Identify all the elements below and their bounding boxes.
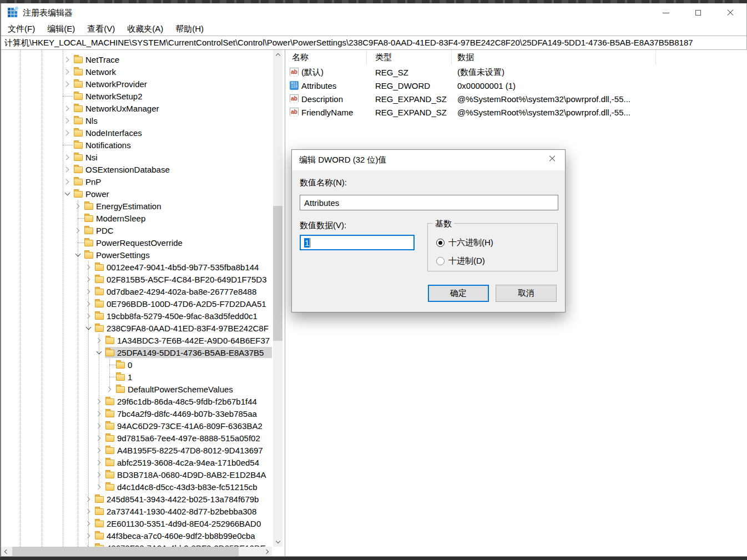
chevron-right-icon[interactable]: [95, 456, 103, 468]
panel-divider[interactable]: [285, 50, 285, 556]
tree-item-PowerSettings[interactable]: PowerSettings: [1, 249, 272, 261]
tree-item-A4B195F5-8225-47D8-8012-9D413697[interactable]: A4B195F5-8225-47D8-8012-9D413697: [1, 444, 272, 456]
tree-item-PDC[interactable]: PDC: [1, 224, 272, 236]
horizontal-scroll-thumb[interactable]: [12, 547, 239, 556]
tree-item-ModernSleep[interactable]: ModernSleep: [1, 212, 272, 224]
tree-item-NetworkUxManager[interactable]: NetworkUxManager: [1, 102, 272, 114]
chevron-right-icon[interactable]: [63, 78, 71, 90]
chevron-right-icon[interactable]: [84, 285, 92, 297]
menu-edit[interactable]: 编辑(E): [41, 24, 81, 34]
value-row-Attributes[interactable]: 011110AttributesREG_DWORD0x00000001 (1): [286, 79, 747, 92]
tree-item-EnergyEstimation[interactable]: EnergyEstimation: [1, 200, 272, 212]
chevron-right-icon[interactable]: [63, 163, 71, 175]
tree-item-Nsi[interactable]: Nsi: [1, 151, 272, 163]
tree-item-7bc4a2f9-d8fc-4469-b07b-33eb785aa[interactable]: 7bc4a2f9-d8fc-4469-b07b-33eb785aa: [1, 407, 272, 420]
tree-item-2a737441-1930-4402-8d77-b2bebba308[interactable]: 2a737441-1930-4402-8d77-b2bebba308: [1, 505, 272, 517]
vertical-scroll-thumb[interactable]: [273, 206, 282, 341]
tree-item-OSExtensionDatabase[interactable]: OSExtensionDatabase: [1, 163, 272, 175]
chevron-right-icon[interactable]: [84, 505, 92, 517]
menu-favorites[interactable]: 收藏夹(A): [121, 24, 169, 34]
tree-item-DefaultPowerSchemeValues[interactable]: DefaultPowerSchemeValues: [1, 383, 272, 395]
tree-item-NetworkProvider[interactable]: NetworkProvider: [1, 78, 272, 90]
tree-item-238C9FA8-0AAD-41ED-83F4-97BE242C8F[interactable]: 238C9FA8-0AAD-41ED-83F4-97BE242C8F: [1, 322, 272, 334]
chevron-right-icon[interactable]: [63, 114, 71, 127]
chevron-right-icon[interactable]: [63, 102, 71, 114]
chevron-right-icon[interactable]: [63, 53, 71, 65]
chevron-right-icon[interactable]: [84, 542, 92, 547]
tree-item-44f3beca-a7c0-460e-9df2-bb8b99e0cba[interactable]: 44f3beca-a7c0-460e-9df2-bb8b99e0cba: [1, 529, 272, 542]
chevron-right-icon[interactable]: [84, 297, 92, 310]
tree-item-NetTrace[interactable]: NetTrace: [1, 53, 272, 65]
chevron-right-icon[interactable]: [74, 224, 82, 236]
tree-item-48672F38-7A9A-4bb2-8BF8-3D85BE19DE[interactable]: 48672F38-7A9A-4bb2-8BF8-3D85BE19DE: [1, 542, 272, 547]
tree-item-29f6c1db-86da-48c5-9fdb-f2b67b1f44[interactable]: 29f6c1db-86da-48c5-9fdb-f2b67b1f44: [1, 395, 272, 407]
tree-item-0012ee47-9041-4b5d-9b77-535fba8b144[interactable]: 0012ee47-9041-4b5d-9b77-535fba8b144: [1, 261, 272, 273]
tree-item-0d7dbae2-4294-402a-ba8e-26777e8488[interactable]: 0d7dbae2-4294-402a-ba8e-26777e8488: [1, 285, 272, 297]
tree-item-PnP[interactable]: PnP: [1, 175, 272, 188]
chevron-right-icon[interactable]: [84, 493, 92, 505]
tree-item-Power[interactable]: Power: [1, 188, 272, 200]
tree-item-NetworkSetup2[interactable]: NetworkSetup2: [1, 90, 272, 102]
chevron-down-icon[interactable]: [63, 188, 71, 200]
chevron-down-icon[interactable]: [74, 249, 82, 261]
chevron-right-icon[interactable]: [84, 517, 92, 529]
tree-item-19cbb8fa-5279-450e-9fac-8a3d5fedd0c1[interactable]: 19cbb8fa-5279-450e-9fac-8a3d5fedd0c1: [1, 310, 272, 322]
tree-item-2E601130-5351-4d9d-8E04-252966BAD0[interactable]: 2E601130-5351-4d9d-8E04-252966BAD0: [1, 517, 272, 529]
tree-horizontal-scrollbar[interactable]: [1, 547, 272, 556]
ok-button[interactable]: 确定: [428, 285, 489, 302]
column-header-type[interactable]: 类型: [367, 50, 452, 64]
chevron-right-icon[interactable]: [63, 65, 71, 78]
chevron-right-icon[interactable]: [95, 334, 103, 346]
scroll-left-button[interactable]: [1, 547, 11, 556]
tree-item-Notifications[interactable]: Notifications: [1, 139, 272, 151]
tree-item-245d8541-3943-4422-b025-13a784f679b[interactable]: 245d8541-3943-4422-b025-13a784f679b: [1, 493, 272, 505]
menu-view[interactable]: 查看(V): [81, 24, 121, 34]
chevron-right-icon[interactable]: [63, 175, 71, 188]
tree-vertical-scrollbar[interactable]: [273, 50, 282, 547]
chevron-right-icon[interactable]: [95, 481, 103, 493]
scroll-down-button[interactable]: [273, 537, 282, 547]
chevron-right-icon[interactable]: [84, 273, 92, 285]
dec-radio-option[interactable]: 十进制(D): [436, 256, 485, 266]
menu-help[interactable]: 帮助(H): [169, 24, 210, 34]
chevron-down-icon[interactable]: [95, 346, 103, 359]
hex-radio-option[interactable]: 十六进制(H): [436, 238, 493, 248]
tree-item-0[interactable]: 0: [1, 359, 272, 371]
chevron-right-icon[interactable]: [95, 420, 103, 432]
tree-item-1[interactable]: 1: [1, 371, 272, 383]
tree-item-BD3B718A-0680-4D9D-8AB2-E1D2B4A[interactable]: BD3B718A-0680-4D9D-8AB2-E1D2B4A: [1, 468, 272, 481]
chevron-right-icon[interactable]: [95, 444, 103, 456]
value-row-FriendlyName[interactable]: abFriendlyNameREG_EXPAND_SZ@%SystemRoot%…: [286, 105, 747, 119]
tree-item-25DFA149-5DD1-4736-B5AB-E8A37B5[interactable]: 25DFA149-5DD1-4736-B5AB-E8A37B5: [1, 346, 272, 359]
tree-item-0E796BDB-100D-47D6-A2D5-F7D2DAA51[interactable]: 0E796BDB-100D-47D6-A2D5-F7D2DAA51: [1, 297, 272, 310]
value-row-(默认)[interactable]: ab(默认)REG_SZ(数值未设置): [286, 65, 747, 79]
chevron-right-icon[interactable]: [84, 310, 92, 322]
chevron-right-icon[interactable]: [95, 468, 103, 481]
tree-item-d4c1d4c8-d5cc-43d3-b83e-fc51215cb[interactable]: d4c1d4c8-d5cc-43d3-b83e-fc51215cb: [1, 481, 272, 493]
tree-item-94AC6D29-73CE-41A6-809F-6363BA2[interactable]: 94AC6D29-73CE-41A6-809F-6363BA2: [1, 420, 272, 432]
scroll-up-button[interactable]: [273, 50, 282, 59]
cancel-button[interactable]: 取消: [496, 285, 557, 302]
address-bar[interactable]: 计算机\HKEY_LOCAL_MACHINE\SYSTEM\CurrentCon…: [1, 36, 746, 50]
tree-item-02F815B5-A5CF-4C84-BF20-649D1F75D3[interactable]: 02F815B5-A5CF-4C84-BF20-649D1F75D3: [1, 273, 272, 285]
chevron-right-icon[interactable]: [63, 127, 71, 139]
chevron-right-icon[interactable]: [105, 383, 113, 395]
close-button[interactable]: [714, 3, 746, 22]
value-name-field[interactable]: Attributes: [300, 195, 558, 210]
chevron-right-icon[interactable]: [95, 432, 103, 444]
tree-item-PowerRequestOverride[interactable]: PowerRequestOverride: [1, 236, 272, 249]
value-row-Description[interactable]: abDescriptionREG_EXPAND_SZ@%SystemRoot%\…: [286, 92, 747, 105]
chevron-right-icon[interactable]: [84, 261, 92, 273]
chevron-right-icon[interactable]: [95, 395, 103, 407]
tree-item-abfc2519-3608-4c2a-94ea-171b0ed54[interactable]: abfc2519-3608-4c2a-94ea-171b0ed54: [1, 456, 272, 468]
chevron-down-icon[interactable]: [84, 322, 92, 334]
maximize-button[interactable]: [682, 3, 714, 22]
scroll-right-button[interactable]: [263, 547, 272, 556]
tree-item-NodeInterfaces[interactable]: NodeInterfaces: [1, 127, 272, 139]
column-header-name[interactable]: 名称: [286, 50, 367, 64]
dialog-close-button[interactable]: [539, 150, 565, 167]
minimize-button[interactable]: [650, 3, 682, 22]
chevron-right-icon[interactable]: [84, 529, 92, 542]
column-header-data[interactable]: 数据: [452, 50, 656, 64]
chevron-right-icon[interactable]: [74, 200, 82, 212]
